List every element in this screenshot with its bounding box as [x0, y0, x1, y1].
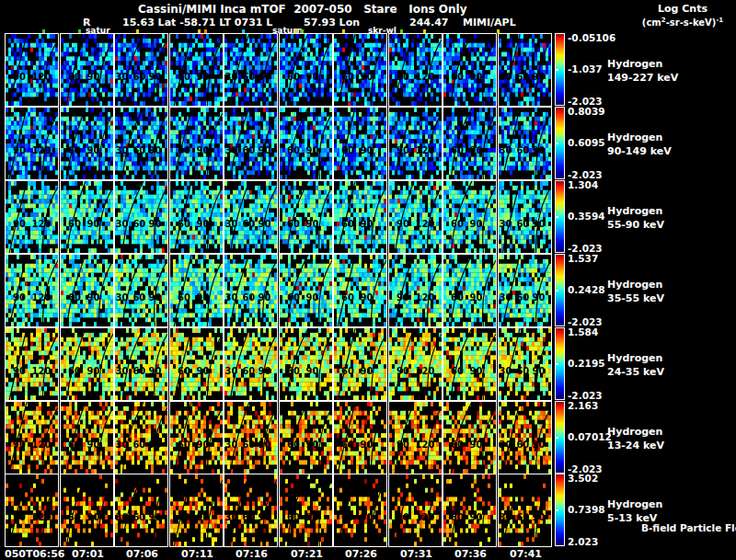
colorbar-mid-label: 0.2195 — [568, 358, 605, 369]
heatmap-canvas — [334, 34, 386, 106]
heatmap-panel — [498, 254, 552, 327]
heatmap-panel — [388, 180, 443, 254]
heatmap-canvas — [6, 181, 58, 253]
colorbar-max-label: 1.584 — [568, 326, 598, 337]
heatmap-panel — [333, 254, 387, 327]
heatmap-panel — [333, 33, 387, 107]
species-label: Hydrogen — [607, 57, 678, 71]
colorbar-max-label: 0.8039 — [568, 106, 605, 117]
heatmap-canvas — [224, 181, 277, 253]
heatmap-panel — [498, 401, 552, 474]
heatmap-canvas — [61, 474, 113, 546]
heatmap-panel — [333, 180, 387, 254]
colorbar-tick — [556, 290, 558, 291]
heatmap-canvas — [6, 474, 58, 546]
heatmap-panel — [333, 401, 387, 474]
heatmap-canvas — [334, 474, 386, 546]
heatmap-panel — [5, 33, 59, 107]
colorbar-tick — [556, 509, 558, 511]
heatmap-canvas — [61, 108, 113, 179]
heatmap-canvas — [499, 402, 551, 474]
heatmap-panel — [388, 474, 443, 547]
heatmap-canvas — [224, 255, 277, 326]
heatmap-canvas — [170, 474, 223, 546]
heatmap-canvas — [280, 34, 332, 106]
band-label: 90-149 keV — [607, 144, 672, 158]
colorbar-mid-label: -1.037 — [568, 63, 603, 74]
heatmap-panel — [279, 254, 333, 327]
heatmap-canvas — [6, 328, 58, 400]
time-tick-label: 07:11 — [181, 548, 213, 560]
heatmap-panel — [498, 33, 552, 107]
heatmap-panel — [279, 180, 333, 254]
colorbar — [555, 327, 565, 400]
heatmap-canvas — [280, 474, 332, 546]
heatmap-panel — [114, 180, 168, 254]
energy-band-label: Hydrogen90-149 keV — [607, 131, 672, 158]
heatmap-canvas — [170, 181, 223, 253]
heatmap-panel — [5, 327, 59, 401]
heatmap-panel — [114, 107, 168, 180]
heatmap-panel — [114, 474, 168, 547]
energy-band-label: Hydrogen24-35 keV — [607, 351, 664, 379]
time-tick-label: 07:41 — [510, 548, 542, 560]
colorbar-max-label: 1.304 — [568, 179, 598, 190]
heatmap-panel — [169, 33, 224, 107]
energy-band-label: Hydrogen55-90 keV — [607, 204, 664, 232]
heatmap-canvas — [6, 255, 58, 326]
colorbar-max-label: 3.502 — [568, 473, 598, 484]
colorbar-title-units: (cm2-sr-s-keV)-1 — [633, 15, 732, 29]
heatmap-canvas — [61, 328, 113, 400]
heatmap-panel — [224, 474, 278, 547]
heatmap-panel — [224, 180, 278, 254]
heatmap-panel — [5, 401, 59, 474]
heatmap-canvas — [61, 34, 113, 106]
heatmap-canvas — [6, 34, 58, 106]
heatmap-panel — [60, 107, 114, 180]
time-tick-label: 07:26 — [345, 548, 377, 560]
heatmap-panel — [443, 327, 497, 401]
heatmap-canvas — [6, 402, 58, 474]
colorbar — [555, 254, 565, 326]
ephemeris-segment: 244.47 — [409, 17, 448, 29]
heatmap-canvas — [389, 474, 442, 546]
heatmap-panel — [114, 327, 168, 401]
heatmap-panel — [114, 401, 168, 474]
heatmap-canvas — [334, 181, 386, 253]
time-tick-label: 07:01 — [72, 548, 104, 560]
time-tick-label: 07:21 — [291, 548, 323, 560]
heatmap-panel — [5, 107, 59, 180]
heatmap-canvas — [115, 255, 167, 326]
heatmap-panel — [443, 401, 497, 474]
colorbar-min-label: 2.023 — [568, 536, 598, 547]
heatmap-canvas — [170, 328, 223, 400]
heatmap-canvas — [224, 474, 277, 546]
heatmap-panel — [279, 327, 333, 401]
heatmap-panel — [443, 180, 497, 254]
heatmap-panel — [60, 180, 114, 254]
heatmap-canvas — [115, 328, 167, 400]
heatmap-canvas — [280, 402, 332, 474]
heatmap-canvas — [224, 402, 277, 474]
heatmap-panel — [60, 33, 114, 107]
page-title: Cassini/MIMI Inca mTOF 2007-050 Stare Io… — [138, 3, 466, 16]
colorbar-tick — [556, 69, 558, 71]
time-tick-label: 07:36 — [454, 548, 487, 560]
heatmap-canvas — [224, 328, 277, 400]
colorbar — [555, 33, 565, 106]
heatmap-canvas — [499, 181, 551, 253]
heatmap-panel — [169, 107, 224, 180]
heatmap-canvas — [115, 34, 167, 106]
band-label: 149-227 keV — [607, 71, 678, 85]
bfield-flow-label: B-field Particle Flow — [641, 522, 736, 533]
heatmap-panel — [169, 327, 224, 401]
heatmap-panel — [443, 254, 497, 327]
heatmap-panel — [333, 107, 387, 180]
heatmap-panel — [224, 33, 278, 107]
heatmap-panel — [224, 107, 278, 180]
colorbar-mid-label: 0.07012 — [568, 431, 612, 442]
species-label: Hydrogen — [607, 204, 664, 218]
colorbar-title: Log Cnts (cm2-sr-s-keV)-1 — [633, 4, 732, 29]
heatmap-panel — [388, 33, 443, 107]
heatmap-canvas — [115, 181, 167, 253]
